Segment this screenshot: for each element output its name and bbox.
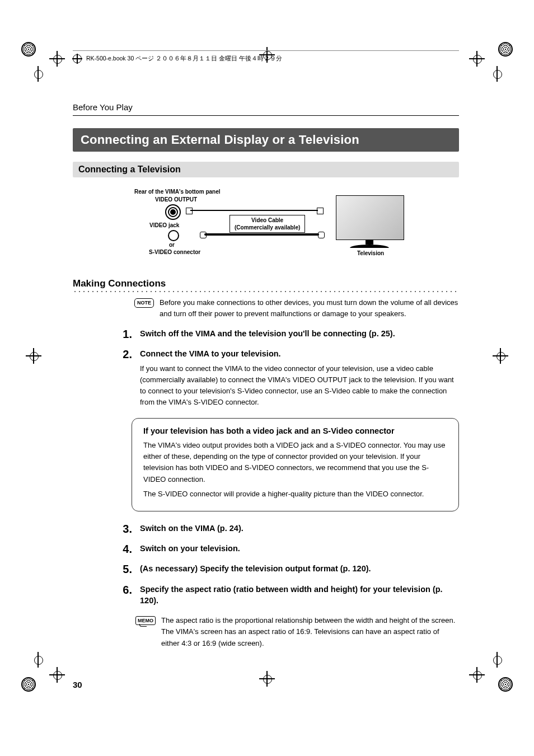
registration-mark-icon xyxy=(498,677,513,692)
crop-mark-icon xyxy=(491,67,502,81)
file-header-text: RK-500-e.book 30 ページ ２００６年８月１１日 金曜日 午後４時… xyxy=(86,55,282,63)
step-number: 2 xyxy=(116,348,132,411)
note-block: NOTE Before you make connections to othe… xyxy=(134,297,459,319)
connection-diagram: Rear of the VIMA's bottom panel VIDEO OU… xyxy=(134,189,459,273)
step-title: Switch off the VIMA and the television y… xyxy=(140,328,459,339)
diagram-label: Rear of the VIMA's bottom panel xyxy=(134,189,221,195)
diagram-label: or xyxy=(169,242,175,248)
plug-icon xyxy=(200,232,207,238)
crop-mark-icon xyxy=(28,350,39,361)
divider xyxy=(73,115,459,116)
section-title: Connecting an External Display or a Tele… xyxy=(73,128,459,152)
callout-title: If your television has both a video jack… xyxy=(143,426,447,435)
step-number: 5 xyxy=(116,563,132,577)
crop-mark-icon xyxy=(471,53,483,64)
breadcrumb: Before You Play xyxy=(73,102,459,112)
cable-line-icon xyxy=(190,210,318,211)
cable-line-icon xyxy=(204,233,319,236)
diagram-label: VIDEO OUTPUT xyxy=(155,196,197,203)
step-number: 6 xyxy=(116,584,132,610)
diagram-label: S-VIDEO connector xyxy=(149,249,200,255)
step-title: (As necessary) Specify the television ou… xyxy=(140,563,459,574)
crop-mark-icon xyxy=(491,653,502,666)
memo-text: The aspect ratio is the proportional rel… xyxy=(161,615,459,649)
note-badge-icon: NOTE xyxy=(134,298,154,308)
diagram-label: Video Cable (Commercially available) xyxy=(229,215,305,233)
step-6: 6 Specify the aspect ratio (ratio betwee… xyxy=(116,584,459,610)
step-number: 4 xyxy=(116,543,132,557)
cable-label: Video Cable xyxy=(235,217,300,224)
crop-mark-icon xyxy=(261,673,273,684)
subheading: Making Connections xyxy=(73,278,459,289)
memo-badge-icon: MEMO xyxy=(135,616,156,625)
file-header: RK-500-e.book 30 ページ ２００６年８月１１日 金曜日 午後４時… xyxy=(73,50,459,63)
registration-mark-icon xyxy=(21,42,36,57)
registration-mark-icon xyxy=(21,677,36,692)
plug-icon xyxy=(317,208,324,214)
diagram-label: Television xyxy=(357,250,384,256)
crop-mark-icon xyxy=(51,669,63,680)
subsection-title: Connecting a Television xyxy=(73,162,459,177)
step-5: 5 (As necessary) Specify the television … xyxy=(116,563,459,577)
step-number: 1 xyxy=(116,328,132,342)
step-number: 3 xyxy=(116,523,132,537)
jack-icon xyxy=(168,230,179,241)
step-text: If you want to connect the VIMA to the v… xyxy=(140,363,459,408)
crop-mark-icon xyxy=(51,53,63,64)
plug-icon xyxy=(318,232,325,238)
step-title: Switch on the VIMA (p. 24). xyxy=(140,523,459,534)
crop-mark-icon xyxy=(32,67,43,81)
jack-icon xyxy=(165,204,181,220)
crop-mark-icon xyxy=(471,669,483,680)
memo-block: MEMO The aspect ratio is the proportiona… xyxy=(135,615,459,649)
step-1: 1 Switch off the VIMA and the television… xyxy=(116,328,459,342)
step-3: 3 Switch on the VIMA (p. 24). xyxy=(116,523,459,537)
target-icon xyxy=(73,54,82,63)
cable-sublabel: (Commercially available) xyxy=(235,224,300,231)
crop-mark-icon xyxy=(495,350,506,361)
step-4: 4 Switch on your television. xyxy=(116,543,459,557)
step-title: Connect the VIMA to your television. xyxy=(140,348,459,359)
callout-box: If your television has both a video jack… xyxy=(132,418,459,511)
step-2: 2 Connect the VIMA to your television. I… xyxy=(116,348,459,411)
dotted-divider xyxy=(73,290,459,293)
page-content: RK-500-e.book 30 ページ ２００６年８月１１日 金曜日 午後４時… xyxy=(73,50,459,649)
tv-icon xyxy=(336,195,403,248)
callout-text: The VIMA's video output provides both a … xyxy=(143,440,447,485)
page-number: 30 xyxy=(73,680,82,689)
step-title: Switch on your television. xyxy=(140,543,459,554)
step-title: Specify the aspect ratio (ratio between … xyxy=(140,584,459,607)
note-text: Before you make connections to other dev… xyxy=(160,297,459,319)
crop-mark-icon xyxy=(32,653,43,666)
registration-mark-icon xyxy=(498,42,513,57)
diagram-label: VIDEO jack xyxy=(149,222,179,228)
plug-icon xyxy=(186,208,193,214)
callout-text: The S-VIDEO connector will provide a hig… xyxy=(143,489,447,500)
